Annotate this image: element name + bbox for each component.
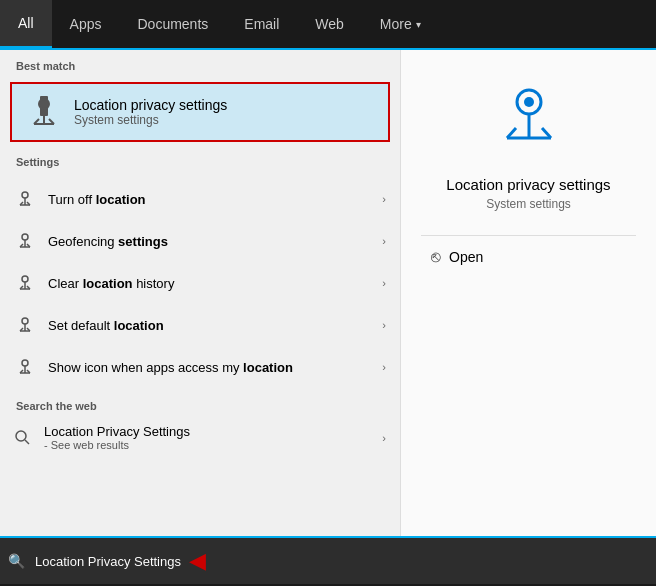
svg-point-16 <box>22 276 28 282</box>
settings-item-geofencing[interactable]: Geofencing settings › <box>0 220 400 262</box>
right-panel-subtitle: System settings <box>486 197 571 211</box>
settings-item-arrow-2: › <box>382 235 386 247</box>
open-external-icon: ⎋ <box>431 248 441 266</box>
search-bar-icon: 🔍 <box>8 553 25 569</box>
search-bar-container: 🔍 Location Privacy Settings ◀ <box>0 536 656 584</box>
search-circle-icon <box>14 429 32 447</box>
left-panel: Best match Location privacy settings Sys… <box>0 50 400 536</box>
person-pin-icon-2 <box>14 230 36 252</box>
person-pin-icon-4 <box>14 314 36 336</box>
nav-item-email[interactable]: Email <box>226 0 297 48</box>
web-item-text: Location Privacy Settings - See web resu… <box>44 424 386 451</box>
nav-label-web: Web <box>315 16 344 32</box>
web-search-item[interactable]: Location Privacy Settings - See web resu… <box>0 416 400 459</box>
best-match-subtitle: System settings <box>74 113 227 127</box>
settings-item-turnoff[interactable]: Turn off location › <box>0 178 400 220</box>
person-pin-icon-1 <box>14 188 36 210</box>
settings-item-default[interactable]: Set default location › <box>0 304 400 346</box>
settings-item-showicon[interactable]: Show icon when apps access my location › <box>0 346 400 388</box>
nav-label-more: More <box>380 16 412 32</box>
nav-label-apps: Apps <box>70 16 102 32</box>
nav-label-all: All <box>18 15 34 31</box>
settings-item-label-5: Show icon when apps access my location <box>48 360 386 375</box>
location-icon <box>26 94 62 130</box>
web-item-subtitle: - See web results <box>44 439 386 451</box>
right-panel-divider <box>421 235 636 236</box>
settings-list: Turn off location › Geofencing setting <box>0 174 400 392</box>
svg-point-26 <box>22 360 28 366</box>
svg-point-6 <box>22 192 28 198</box>
more-chevron-icon: ▾ <box>416 19 421 30</box>
svg-point-11 <box>22 234 28 240</box>
nav-item-more[interactable]: More ▾ <box>362 0 439 48</box>
web-section-label: Search the web <box>0 392 400 416</box>
nav-item-web[interactable]: Web <box>297 0 362 48</box>
settings-item-arrow-4: › <box>382 319 386 331</box>
nav-item-all[interactable]: All <box>0 0 52 48</box>
settings-item-arrow-3: › <box>382 277 386 289</box>
open-button[interactable]: ⎋ Open <box>421 248 483 266</box>
web-item-title: Location Privacy Settings <box>44 424 190 439</box>
nav-label-documents: Documents <box>137 16 208 32</box>
svg-point-21 <box>22 318 28 324</box>
settings-item-label-4: Set default location <box>48 318 386 333</box>
settings-item-arrow-1: › <box>382 193 386 205</box>
right-panel-title: Location privacy settings <box>446 176 610 193</box>
search-results-area: Best match Location privacy settings Sys… <box>0 50 656 536</box>
nav-item-apps[interactable]: Apps <box>52 0 120 48</box>
nav-item-documents[interactable]: Documents <box>119 0 226 48</box>
open-label: Open <box>449 249 483 265</box>
right-panel: Location privacy settings System setting… <box>400 50 656 536</box>
best-match-title: Location privacy settings <box>74 97 227 113</box>
location-privacy-icon <box>489 80 569 160</box>
best-match-label: Best match <box>0 50 400 78</box>
svg-line-32 <box>25 440 29 444</box>
svg-point-34 <box>524 97 534 107</box>
red-arrow-icon: ◀ <box>189 548 206 574</box>
settings-item-label-2: Geofencing settings <box>48 234 386 249</box>
best-match-item[interactable]: Location privacy settings System setting… <box>10 82 390 142</box>
svg-point-31 <box>16 431 26 441</box>
top-nav: All Apps Documents Email Web More ▾ <box>0 0 656 50</box>
settings-item-label-1: Turn off location <box>48 192 386 207</box>
settings-label: Settings <box>0 146 400 174</box>
nav-label-email: Email <box>244 16 279 32</box>
search-bar-text: Location Privacy Settings <box>35 554 181 569</box>
settings-item-clear[interactable]: Clear location history › <box>0 262 400 304</box>
person-pin-icon-3 <box>14 272 36 294</box>
person-pin-icon-5 <box>14 356 36 378</box>
settings-item-label-3: Clear location history <box>48 276 386 291</box>
settings-item-arrow-5: › <box>382 361 386 373</box>
web-item-arrow: › <box>382 432 386 444</box>
best-match-text: Location privacy settings System setting… <box>74 97 227 127</box>
